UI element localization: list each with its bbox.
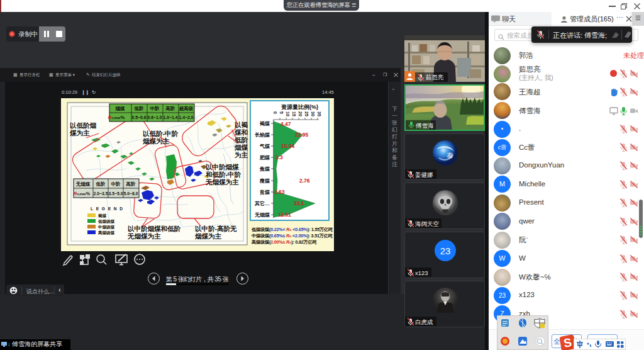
svg-text:姜健娜: 姜健娜 [415,171,433,178]
svg-text:肥煤: 肥煤 [259,155,270,161]
svg-text:低阶: 低阶 [134,106,145,111]
svg-text:15: 15 [292,111,296,116]
svg-text:资源量比例(%): 资源量比例(%) [281,104,318,110]
svg-text:L E G E N D: L E G E N D [91,206,124,211]
svg-text:海阔天空: 海阔天空 [415,220,439,227]
svg-text:15.34: 15.34 [281,143,295,149]
svg-text:低煤级煤: 低煤级煤 [97,219,115,224]
svg-text:35: 35 [317,111,321,116]
svg-text:焦煤: 焦煤 [259,166,270,172]
svg-text:20: 20 [298,111,303,116]
svg-text:22.95: 22.95 [295,132,309,138]
svg-text:2.76: 2.76 [299,178,310,184]
svg-text:以中阶-高阶无: 以中阶-高阶无 [195,225,237,232]
svg-text:中阶: 中阶 [111,181,121,187]
svg-text:33.1: 33.1 [294,200,304,206]
svg-text:Ro,max%: Ro,max% [74,191,91,196]
svg-text:其它…: 其它… [254,200,270,206]
svg-text:以褐: 以褐 [235,121,248,128]
svg-text:高阶: 高阶 [126,181,136,187]
svg-text:褐煤: 褐煤 [259,121,270,127]
svg-text:0.6~1.0: 0.6~1.0 [148,115,162,120]
svg-text:3.3: 3.3 [275,154,283,161]
svg-text:低阶: 低阶 [96,181,106,187]
svg-text:长焰煤: 长焰煤 [255,132,270,138]
svg-text:无烟煤: 无烟煤 [75,181,91,187]
svg-text:瘦煤: 瘦煤 [259,178,270,184]
svg-text:贫煤: 贫煤 [259,189,270,195]
svg-text:无烟煤为主: 无烟煤为主 [127,232,161,240]
svg-text:以低阶烟: 以低阶烟 [70,121,97,129]
svg-text:和低阶-中阶: 和低阶-中阶 [205,171,242,178]
svg-text:x123: x123 [415,269,428,276]
svg-text:1.0~1.4: 1.0~1.4 [164,115,178,120]
svg-text:傅雪海: 傅雪海 [415,122,434,129]
svg-text:气煤: 气煤 [259,144,270,149]
svg-text:23: 23 [440,246,451,256]
svg-text:中阶: 中阶 [150,106,160,111]
svg-text:泰: 泰 [447,152,453,159]
svg-text:煤和: 煤和 [234,128,248,136]
svg-text:2.0~3.5: 2.0~3.5 [94,191,108,196]
svg-text:烟煤: 烟煤 [234,144,248,151]
svg-text:10: 10 [286,111,290,116]
svg-text:1.4~2.0: 1.4~2.0 [179,115,194,120]
svg-text:低煤级煤(0.22%< Ro <0.65%): 1.55万亿: 低煤级煤(0.22%< Ro <0.65%): 1.55万亿吨 [251,227,333,232]
svg-text:烟煤: 烟煤 [115,106,126,111]
svg-text:烟煤为主: 烟煤为主 [142,137,170,145]
svg-text:11.51: 11.51 [278,212,291,218]
svg-text:低阶: 低阶 [234,136,249,144]
svg-text:煤为主: 煤为主 [69,129,90,137]
svg-text:2.63: 2.63 [274,189,285,195]
svg-text:25: 25 [304,111,309,116]
svg-text:烟煤为主: 烟煤为主 [194,232,222,240]
svg-text:超高级: 超高级 [179,106,194,111]
svg-text:以低阶-中阶: 以低阶-中阶 [143,130,179,137]
svg-text:5.0~8.0: 5.0~8.0 [124,191,138,196]
svg-text:白虎成: 白虎成 [415,319,433,325]
svg-text:以中阶烟煤和低阶: 以中阶烟煤和低阶 [128,225,182,232]
svg-text:中煤级煤(0.65%≤ Ro <2.00%): 3.51万亿: 中煤级煤(0.65%≤ Ro <2.00%): 3.51万亿吨 [252,233,333,239]
svg-text:无烟煤为主: 无烟煤为主 [205,178,239,186]
svg-text:无烟煤: 无烟煤 [254,212,270,218]
svg-text:5: 5 [279,111,284,114]
svg-text:0.5~0.6: 0.5~0.6 [132,115,147,120]
svg-text:褐煤: 褐煤 [97,213,107,218]
svg-text:以中阶烟煤: 以中阶烟煤 [206,163,239,171]
svg-text:4.47: 4.47 [280,121,291,127]
svg-text:茹思亮: 茹思亮 [425,74,444,81]
svg-text:中煤级煤: 中煤级煤 [98,225,115,230]
svg-text:高煤级煤: 高煤级煤 [98,230,115,235]
svg-text:为主: 为主 [235,151,248,159]
svg-text:Ro,max%: Ro,max% [108,115,125,120]
svg-text:0: 0 [273,111,277,114]
svg-text:3.5~5.0: 3.5~5.0 [109,191,123,196]
svg-text:高煤级煤(2.00%≤ Ro): 0.82万亿吨: 高煤级煤(2.00%≤ Ro): 0.82万亿吨 [252,239,317,245]
svg-text:高阶: 高阶 [165,106,176,111]
svg-text:30: 30 [311,111,315,116]
